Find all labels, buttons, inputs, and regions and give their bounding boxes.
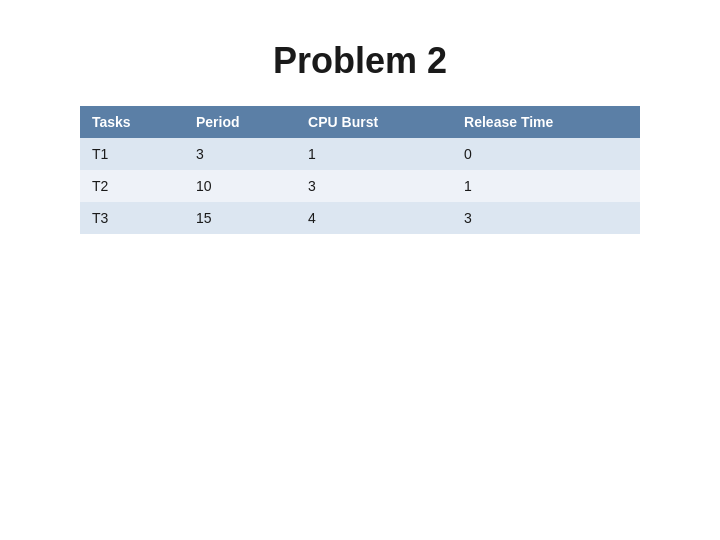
table-cell: 3 [296,170,452,202]
col-header-tasks: Tasks [80,106,184,138]
table-cell: 1 [452,170,640,202]
table-cell: 0 [452,138,640,170]
table-cell: 1 [296,138,452,170]
table-cell: T1 [80,138,184,170]
table-row: T21031 [80,170,640,202]
col-header-release-time: Release Time [452,106,640,138]
col-header-cpu-burst: CPU Burst [296,106,452,138]
table-cell: 4 [296,202,452,234]
table-cell: 3 [184,138,296,170]
table-cell: 15 [184,202,296,234]
table-row: T1310 [80,138,640,170]
page-title: Problem 2 [273,40,447,82]
table-row: T31543 [80,202,640,234]
data-table: Tasks Period CPU Burst Release Time T131… [80,106,640,234]
table-cell: 3 [452,202,640,234]
col-header-period: Period [184,106,296,138]
table-cell: 10 [184,170,296,202]
table-header-row: Tasks Period CPU Burst Release Time [80,106,640,138]
table-cell: T3 [80,202,184,234]
table-cell: T2 [80,170,184,202]
